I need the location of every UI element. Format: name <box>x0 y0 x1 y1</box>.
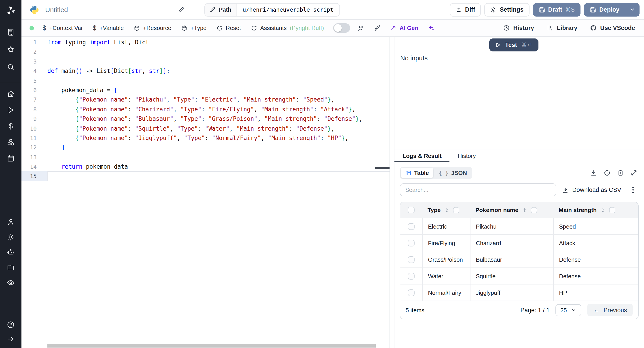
collaborators-icon[interactable] <box>353 20 369 36</box>
sidebar-eye-button[interactable] <box>0 278 22 287</box>
ai-gen-button[interactable]: AI Gen <box>385 20 423 36</box>
code-line-2[interactable]: 2 <box>22 47 390 57</box>
tab-logs-result[interactable]: Logs & Result <box>394 150 450 162</box>
table-cell: Pikachu <box>470 218 553 234</box>
windmill-logo[interactable] <box>0 0 22 22</box>
code-editor[interactable]: 1from typing import List, Dict234def mai… <box>22 37 390 348</box>
path-field[interactable]: Path u/henri/maneuverable_script <box>204 3 340 16</box>
code-line-15[interactable]: 15 <box>22 172 390 181</box>
column-header[interactable]: Pokemon name <box>470 207 553 213</box>
table-row[interactable]: WaterSquirtleDefense <box>400 268 638 284</box>
code-line-13[interactable]: 13 <box>22 152 390 162</box>
use-vscode-button[interactable]: Use VScode <box>584 24 641 31</box>
sidebar-home-button[interactable] <box>0 90 22 98</box>
download-result-button[interactable] <box>590 170 597 176</box>
sidebar-gear-button[interactable] <box>0 232 22 242</box>
sidebar-dollar-button[interactable] <box>0 122 22 130</box>
sort-icon[interactable] <box>444 207 450 213</box>
ai-sparkle-icon[interactable] <box>423 20 440 36</box>
column-header[interactable]: Main strength <box>553 207 638 213</box>
sidebar-user-button[interactable] <box>0 218 22 226</box>
sidebar-play-button[interactable] <box>0 106 22 114</box>
panel-resize-handle[interactable] <box>375 167 390 169</box>
code-line-8[interactable]: 8 {"Pokemon name": "Charizard", "Type": … <box>22 104 390 114</box>
deploy-dropdown-button[interactable] <box>625 3 639 16</box>
add-variable-button[interactable]: $+Variable <box>88 20 129 36</box>
code-line-3[interactable]: 3 <box>22 57 390 66</box>
row-checkbox[interactable] <box>408 256 414 263</box>
row-checkbox[interactable] <box>408 223 414 230</box>
download-csv-button[interactable]: Download as CSV <box>562 186 621 193</box>
table-row[interactable]: ElectricPikachuSpeed <box>400 218 638 235</box>
column-filter-checkbox[interactable] <box>453 207 460 213</box>
diff-button[interactable]: Diff <box>450 3 481 16</box>
column-header[interactable]: Type <box>422 207 470 213</box>
previous-page-button[interactable]: ← Previous <box>588 304 633 316</box>
column-filter-checkbox[interactable] <box>531 207 537 213</box>
assistants-button[interactable]: Assistants (Pyright Ruff) <box>246 20 329 36</box>
code-line-12[interactable]: 12 ] <box>22 143 390 152</box>
library-button[interactable]: Library <box>540 24 584 31</box>
result-info-button[interactable] <box>604 170 610 176</box>
code-line-11[interactable]: 11 {"Pokemon name": "Jigglypuff", "Type"… <box>22 133 390 143</box>
sidebar-robot-button[interactable] <box>0 248 22 257</box>
horizontal-scrollbar[interactable] <box>48 344 376 348</box>
home-icon <box>7 90 15 98</box>
page-size-select[interactable]: 25 <box>556 304 582 316</box>
copy-result-button[interactable] <box>617 170 624 176</box>
edit-summary-button[interactable] <box>178 6 185 13</box>
no-inputs-label: No inputs <box>400 54 428 62</box>
sort-icon[interactable] <box>600 207 606 213</box>
code-line-7[interactable]: 7 {"Pokemon name": "Pikachu", "Type": "E… <box>22 95 390 105</box>
view-table-button[interactable]: Table <box>401 168 433 178</box>
reset-button[interactable]: Reset <box>212 20 246 36</box>
sidebar-star-button[interactable] <box>0 45 22 54</box>
search-input[interactable] <box>400 184 556 196</box>
format-code-icon[interactable] <box>369 20 385 36</box>
table-row[interactable]: Normal/FairyJigglypuffHP <box>400 284 638 301</box>
add-resource-button[interactable]: +Resource <box>129 20 176 36</box>
sidebar-folder-button[interactable] <box>0 263 22 272</box>
select-all-cell <box>400 202 422 218</box>
cubes-icon <box>7 138 15 146</box>
code-line-14[interactable]: 14 return pokemon_data <box>22 162 390 172</box>
history-button[interactable]: History <box>497 24 540 31</box>
code-line-6[interactable]: 6 pokemon_data = [ <box>22 86 390 95</box>
add-context-var-button[interactable]: $+Context Var <box>38 20 88 36</box>
code-line-5[interactable]: 5 <box>22 76 390 86</box>
code-line-10[interactable]: 10 {"Pokemon name": "Squirtle", "Type": … <box>22 124 390 133</box>
row-checkbox[interactable] <box>408 240 414 246</box>
sidebar-building-button[interactable] <box>0 28 22 37</box>
deploy-button[interactable]: Deploy <box>584 3 640 16</box>
code-line-1[interactable]: 1from typing import List, Dict <box>22 38 390 47</box>
draft-button[interactable]: Draft ⌘S <box>533 3 580 16</box>
row-checkbox[interactable] <box>408 289 414 296</box>
sidebar-cubes-button[interactable] <box>0 138 22 147</box>
test-button[interactable]: Test ⌘↵ <box>490 38 538 52</box>
result-table: TypePokemon nameMain strength ElectricPi… <box>400 202 639 319</box>
multiplayer-toggle[interactable] <box>334 23 350 33</box>
table-row[interactable]: Fire/FlyingCharizardAttack <box>400 235 638 252</box>
tab-history[interactable]: History <box>450 150 484 162</box>
sidebar-group-top <box>0 28 22 80</box>
column-filter-checkbox[interactable] <box>609 207 616 213</box>
code-line-4[interactable]: 4def main() -> List[Dict[str, str]]: <box>22 66 390 76</box>
sidebar-help-button[interactable] <box>0 320 22 329</box>
table-cell: Squirtle <box>470 268 553 284</box>
row-checkbox[interactable] <box>408 273 414 279</box>
select-all-checkbox[interactable] <box>408 207 414 213</box>
sidebar-calendar-button[interactable] <box>0 154 22 163</box>
sort-icon[interactable] <box>522 207 527 213</box>
code-line-9[interactable]: 9 {"Pokemon name": "Bulbasaur", "Type": … <box>22 114 390 124</box>
sidebar-arrow-right-button[interactable] <box>0 334 22 344</box>
add-type-button[interactable]: +Type <box>176 20 212 36</box>
arrow-right-icon <box>7 335 15 343</box>
path-value[interactable]: u/henri/maneuverable_script <box>237 3 339 16</box>
sidebar-search-button[interactable] <box>0 62 22 72</box>
page-title: Untitled <box>45 6 68 14</box>
table-row[interactable]: Grass/PoisonBulbasaurDefense <box>400 252 638 268</box>
expand-result-button[interactable] <box>630 170 637 176</box>
view-json-button[interactable]: { } JSON <box>434 168 471 178</box>
table-menu-button[interactable] <box>631 185 635 195</box>
settings-button[interactable]: Settings <box>484 3 530 16</box>
